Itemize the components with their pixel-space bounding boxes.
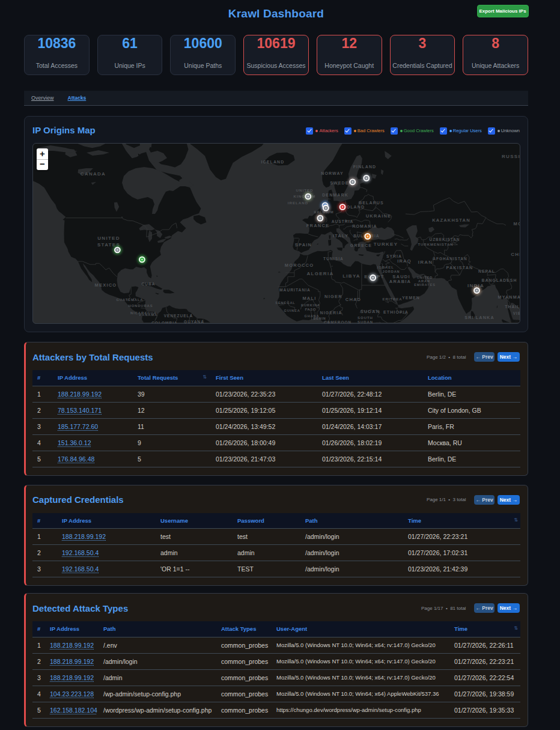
svg-text:TURKMENISTAN: TURKMENISTAN (418, 243, 453, 246)
svg-text:GREECE: GREECE (350, 243, 372, 248)
svg-text:EMIRATES: EMIRATES (414, 283, 436, 287)
svg-text:SUDAN: SUDAN (358, 320, 373, 324)
svg-text:FRANCE: FRANCE (306, 223, 329, 228)
svg-text:CAMEROON: CAMEROON (324, 320, 352, 324)
svg-text:GUATEMALA: GUATEMALA (117, 298, 144, 302)
svg-text:GUINEA: GUINEA (284, 309, 300, 312)
svg-text:NIGERIA: NIGERIA (320, 311, 342, 315)
svg-text:MOROCCO: MOROCCO (285, 263, 314, 268)
svg-text:IRAQ: IRAQ (397, 258, 412, 264)
svg-text:YEMEN: YEMEN (402, 296, 420, 300)
svg-text:FASO: FASO (305, 308, 317, 311)
svg-text:LIBYA: LIBYA (342, 273, 361, 279)
svg-text:MONGOLIA: MONGOLIA (514, 221, 520, 227)
svg-text:SENEGAL: SENEGAL (275, 301, 295, 305)
svg-text:CHAD: CHAD (345, 297, 361, 302)
svg-text:MALI: MALI (302, 296, 316, 301)
svg-text:UNITED: UNITED (296, 188, 314, 192)
svg-text:MYANMAR: MYANMAR (498, 294, 520, 300)
svg-text:GUYANA: GUYANA (184, 320, 204, 324)
svg-text:ITALY: ITALY (333, 233, 348, 239)
svg-text:SUDAN: SUDAN (361, 309, 380, 314)
svg-text:ETHIOPIA: ETHIOPIA (383, 310, 409, 314)
svg-text:SYRIA: SYRIA (386, 254, 402, 258)
svg-text:ALGERIA: ALGERIA (307, 271, 334, 276)
svg-text:BENIN: BENIN (313, 317, 326, 320)
svg-text:JORDAN: JORDAN (382, 270, 400, 273)
svg-text:THAILAND: THAILAND (505, 305, 520, 309)
svg-text:IRELAND: IRELAND (288, 201, 308, 205)
svg-text:SOUTH: SOUTH (358, 316, 373, 320)
svg-text:NEPAL: NEPAL (478, 269, 495, 273)
svg-text:SRI LANKA: SRI LANKA (464, 315, 494, 320)
svg-text:COLOMBIA: COLOMBIA (151, 321, 178, 324)
svg-text:UNITED: UNITED (97, 236, 120, 241)
svg-text:MEXICO: MEXICO (95, 282, 117, 288)
svg-text:CUBA: CUBA (142, 282, 156, 286)
svg-text:IRAN: IRAN (418, 260, 433, 265)
svg-text:ISRAEL: ISRAEL (377, 266, 394, 269)
svg-text:CHINA: CHINA (511, 252, 520, 257)
svg-text:NORWAY: NORWAY (321, 171, 343, 175)
svg-text:NIGER: NIGER (324, 294, 342, 299)
svg-text:AUSTRIA: AUSTRIA (332, 219, 354, 224)
svg-text:ICELAND: ICELAND (261, 160, 285, 164)
svg-text:BANGLADESH: BANGLADESH (482, 278, 517, 282)
svg-text:ARABIA: ARABIA (389, 279, 411, 284)
svg-text:BELARUS: BELARUS (359, 201, 384, 205)
svg-text:VENEZUELA: VENEZUELA (164, 314, 193, 318)
svg-text:RUSSIA: RUSSIA (502, 154, 520, 159)
svg-text:CANADA: CANADA (81, 171, 106, 177)
svg-text:TURKEY: TURKEY (374, 242, 398, 247)
svg-text:VIETNAM: VIETNAM (513, 311, 520, 315)
svg-text:FINLAND: FINLAND (353, 165, 377, 169)
svg-text:DENMARK: DENMARK (322, 193, 348, 197)
svg-text:MAURITANIA: MAURITANIA (279, 288, 311, 292)
svg-text:KAZAKHSTAN: KAZAKHSTAN (432, 217, 470, 223)
svg-text:TUNISIA: TUNISIA (323, 257, 344, 261)
svg-text:NICARAGUA: NICARAGUA (130, 311, 157, 315)
svg-text:BURKINA: BURKINA (301, 303, 320, 307)
svg-text:UZBEKISTAN: UZBEKISTAN (430, 237, 460, 242)
svg-text:HONDURAS: HONDURAS (129, 304, 153, 308)
svg-text:ROMANIA: ROMANIA (352, 224, 377, 228)
svg-text:SPAIN: SPAIN (295, 242, 312, 248)
svg-text:AFGHANISTAN: AFGHANISTAN (433, 257, 467, 261)
svg-text:UKRAINE: UKRAINE (366, 213, 392, 219)
svg-text:ERITREA: ERITREA (382, 297, 402, 301)
svg-text:PAKISTAN: PAKISTAN (446, 265, 473, 270)
